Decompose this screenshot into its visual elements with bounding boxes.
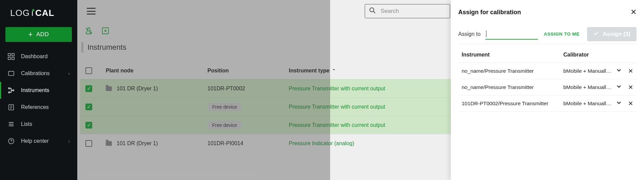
assign-to-label: Assign to [458, 31, 481, 37]
folder-icon [106, 86, 112, 91]
panel-row: 101DR-PT0002/Pressure Transmitter bMobil… [458, 95, 637, 112]
cell-node: 101 DR (Dryer 1) [117, 140, 158, 147]
remove-icon[interactable]: ✕ [628, 84, 633, 91]
sidebar-item-help[interactable]: Help center › [0, 133, 77, 150]
svg-point-11 [13, 90, 14, 91]
search-box[interactable] [365, 4, 450, 18]
assign-to-me-button[interactable]: ASSIGN TO ME [544, 31, 580, 37]
assign-panel: Assign for calibration ✕ Assign to ASSIG… [451, 0, 644, 180]
chevron-right-icon: › [68, 138, 70, 144]
remove-icon[interactable]: ✕ [628, 100, 633, 107]
sidebar-item-instruments[interactable]: Instruments [0, 82, 77, 99]
assign-to-input[interactable] [486, 31, 538, 37]
sidebar-item-label: Lists [21, 121, 32, 127]
row-checkbox[interactable] [85, 140, 92, 147]
svg-rect-7 [12, 57, 14, 60]
panel-title: Assign for calibration [458, 9, 521, 16]
sidebar-item-calibrations[interactable]: Calibrations › [0, 65, 77, 82]
brand-logo: LOG ı CAL [0, 0, 77, 22]
cell-type[interactable]: Pressure Transmitter with current output [289, 104, 385, 110]
chevron-down-icon[interactable] [616, 67, 622, 75]
search-icon [369, 7, 376, 15]
panel-cell-calibrator: bMobile + Manuall… [563, 68, 612, 74]
row-checkbox[interactable]: ✓ [85, 122, 92, 129]
panel-col-calibrator: Calibrator [563, 52, 633, 58]
sidebar-item-label: Dashboard [21, 53, 47, 60]
cell-type[interactable]: Pressure Indicator (analog) [289, 140, 354, 147]
svg-rect-8 [8, 71, 14, 75]
assign-to-row: Assign to ASSIGN TO ME Assign (3) [458, 24, 637, 44]
assign-submit-button[interactable]: Assign (3) [587, 27, 637, 41]
svg-rect-6 [8, 57, 11, 60]
free-device-badge: Free device [207, 121, 242, 129]
free-device-badge: Free device [207, 103, 242, 111]
svg-text:ı: ı [31, 8, 34, 18]
search-input[interactable] [381, 8, 446, 15]
svg-rect-5 [12, 53, 14, 56]
sidebar-item-label: Calibrations [21, 70, 49, 76]
assign-submit-label: Assign (3) [603, 31, 630, 38]
assign-to-field[interactable] [485, 29, 538, 40]
svg-point-10 [8, 92, 10, 93]
cell-position: 101DR-PT0002 [207, 86, 245, 91]
references-icon [7, 104, 15, 111]
svg-point-14 [370, 8, 374, 12]
dashboard-icon [7, 53, 15, 60]
add-button-label: ADD [36, 31, 49, 38]
check-icon [593, 30, 599, 38]
panel-row: no_name/Pressure Transmitter bMobile + M… [458, 63, 637, 79]
close-icon[interactable]: ✕ [630, 8, 637, 17]
play-box-icon[interactable] [102, 27, 109, 35]
svg-rect-4 [8, 53, 11, 56]
row-checkbox[interactable]: ✓ [85, 85, 92, 92]
svg-text:CAL: CAL [35, 8, 54, 18]
svg-text:LOG: LOG [10, 8, 30, 18]
panel-cell-calibrator: bMobile + Manuall… [563, 84, 612, 90]
instruments-icon [7, 87, 15, 94]
select-all-checkbox[interactable] [85, 67, 92, 74]
panel-cell-instrument: 101DR-PT0002/Pressure Transmitter [462, 100, 563, 107]
sidebar-item-label: Instruments [21, 87, 49, 93]
page-title: Instruments [87, 43, 126, 52]
svg-point-9 [8, 88, 10, 89]
panel-cell-instrument: no_name/Pressure Transmitter [462, 68, 563, 74]
col-header-node[interactable]: Plant node [106, 68, 207, 74]
sidebar-item-label: Help center [21, 138, 49, 144]
lists-icon [7, 120, 15, 128]
sidebar-item-lists[interactable]: Lists [0, 116, 77, 133]
cell-type[interactable]: Pressure Transmitter with current output [289, 86, 385, 92]
chevron-down-icon[interactable] [616, 100, 622, 107]
panel-col-instrument: Instrument [462, 52, 563, 58]
sidebar-item-dashboard[interactable]: Dashboard [0, 48, 77, 65]
help-icon [7, 137, 15, 145]
folder-icon [106, 141, 112, 146]
flask-off-icon[interactable] [85, 27, 92, 35]
remove-icon[interactable]: ✕ [628, 67, 633, 75]
cell-node: 101 DR (Dryer 1) [117, 86, 158, 92]
row-checkbox[interactable]: ✓ [85, 104, 92, 110]
panel-cell-instrument: no_name/Pressure Transmitter [462, 84, 563, 90]
cell-type[interactable]: Pressure Transmitter with current output [289, 122, 385, 128]
sort-asc-icon: ⌃ [332, 68, 336, 73]
col-header-position[interactable]: Position [207, 68, 289, 74]
sidebar-item-label: References [21, 104, 49, 110]
chevron-right-icon: › [68, 71, 70, 76]
menu-toggle-icon[interactable] [87, 8, 96, 15]
nav: Dashboard Calibrations › Instruments Ref… [0, 48, 77, 150]
title-accent [81, 42, 83, 52]
sidebar-item-references[interactable]: References [0, 99, 77, 116]
plus-icon: + [28, 31, 33, 38]
panel-row: no_name/Pressure Transmitter bMobile + M… [458, 79, 637, 95]
sidebar: LOG ı CAL + ADD Dashboard Calibrations › [0, 0, 77, 180]
panel-cell-calibrator: bMobile + Manuall… [563, 100, 612, 107]
calibrations-icon [7, 70, 15, 77]
add-button[interactable]: + ADD [5, 27, 72, 42]
panel-table-header: Instrument Calibrator [458, 47, 637, 63]
panel-header: Assign for calibration ✕ [458, 0, 637, 24]
chevron-down-icon[interactable] [616, 84, 622, 91]
cell-position: 101DR-PI0014 [207, 140, 243, 146]
